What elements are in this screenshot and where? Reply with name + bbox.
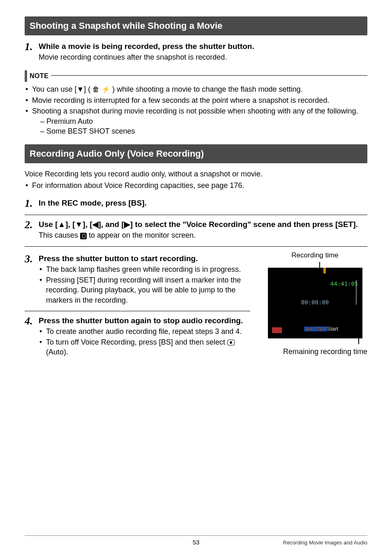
t: This causes — [39, 231, 80, 239]
recording-time-label: Recording time — [263, 251, 367, 260]
step-number: 2. — [25, 219, 39, 230]
t: ], [ — [83, 220, 92, 229]
bullet-item: Pressing [SET] during recording will ins… — [39, 275, 250, 305]
note-item: Movie recording is interrupted for a few… — [25, 95, 367, 105]
t: ], and [ — [99, 220, 124, 229]
mic-icon — [80, 233, 87, 239]
t: Use [ — [39, 220, 58, 229]
note-sublist: Premium Auto Some BEST SHOT scenes — [32, 116, 367, 137]
footer-section-title: Recording Movie Images and Audio — [283, 539, 367, 546]
note-item: Shooting a snapshot during movie recordi… — [25, 106, 367, 136]
s2-step4: 4. Press the shutter button again to sto… — [25, 315, 250, 357]
note-text: You can use [ — [32, 85, 76, 93]
shutter-label: SHUTTER — [304, 326, 327, 331]
note-text: Shooting a snapshot during movie recordi… — [32, 107, 358, 115]
step-title: While a movie is being recorded, press t… — [39, 41, 254, 52]
remaining-time-label: Remaining recording time — [263, 347, 367, 357]
down-arrow-icon: ▼ — [75, 220, 83, 229]
note-item: You can use [▼] ( 🗑 ⚡ ) while shooting a… — [25, 84, 367, 95]
s2-step2: 2. Use [▲], [▼], [◀], and [▶] to select … — [25, 219, 367, 240]
t: (Auto). — [46, 348, 68, 356]
s1-step1: 1. While a movie is being recorded, pres… — [25, 41, 367, 62]
note-list: You can use [▼] ( 🗑 ⚡ ) while shooting a… — [25, 84, 367, 136]
trash-icon: 🗑 — [92, 86, 99, 93]
step-number: 1. — [25, 198, 39, 209]
divider — [25, 246, 367, 247]
step-title: Use [▲], [▼], [◀], and [▶] to select the… — [39, 219, 358, 230]
note-subitem: Some BEST SHOT scenes — [40, 126, 367, 136]
bullet-item: The back lamp flashes green while record… — [39, 264, 250, 274]
t: ], [ — [65, 220, 75, 229]
step-number: 1. — [25, 41, 39, 52]
status-icon — [272, 327, 282, 333]
note-text: ] ( — [84, 85, 92, 93]
t: to appear on the monitor screen. — [87, 231, 196, 239]
note-label: NOTE — [30, 72, 48, 81]
t: To turn off Voice Recording, press [BS] … — [46, 338, 227, 346]
note-subitem: Premium Auto — [40, 116, 367, 126]
note-bar-icon — [25, 70, 27, 82]
left-arrow-icon: ◀ — [92, 220, 99, 229]
recording-illustration: Recording time 44:41:05 00:00:00 SHUTTER… — [263, 251, 367, 363]
top-time-value: 44:41:05 — [330, 280, 358, 288]
step-title: In the REC mode, press [BS]. — [39, 198, 147, 208]
marker-icon — [323, 268, 326, 273]
note-rule — [51, 75, 367, 76]
bullet-item: To turn off Voice Recording, press [BS] … — [39, 337, 250, 357]
note-text: ) while shooting a movie to change the f… — [110, 85, 302, 93]
s2-step1: 1. In the REC mode, press [BS]. — [25, 198, 367, 209]
step-body: Movie recording continues after the snap… — [39, 52, 367, 62]
step-title: Press the shutter button to start record… — [39, 253, 198, 264]
flash-icon: ⚡ — [101, 86, 110, 93]
divider — [25, 311, 250, 311]
step-body: This causes to appear on the monitor scr… — [39, 230, 367, 240]
section-2-header: Recording Audio Only (Voice Recording) — [25, 144, 367, 163]
intro-item: For information about Voice Recording ca… — [25, 181, 367, 190]
step-number: 3. — [25, 253, 39, 264]
section2-intro-list: For information about Voice Recording ca… — [25, 181, 367, 190]
bullet-item: To create another audio recording file, … — [39, 326, 250, 336]
page-footer: 53 Recording Movie Images and Audio — [25, 535, 367, 546]
s2-step3: 3. Press the shutter button to start rec… — [25, 253, 250, 305]
down-arrow-icon: ▼ — [76, 85, 84, 93]
step4-bullets: To create another audio recording file, … — [39, 326, 250, 357]
start-label: Start — [327, 326, 338, 332]
t: ] to select the "Voice Recording" scene … — [130, 220, 358, 229]
step3-bullets: The back lamp flashes green while record… — [39, 264, 250, 305]
camera-screen: 44:41:05 00:00:00 SHUTTERStart — [268, 268, 362, 338]
mid-time-value: 00:00:00 — [268, 299, 362, 306]
up-arrow-icon: ▲ — [58, 220, 65, 229]
section2-intro1: Voice Recording lets you record audio on… — [25, 169, 367, 179]
right-arrow-icon: ▶ — [124, 220, 130, 229]
step-number: 4. — [25, 315, 39, 326]
auto-rec-icon — [227, 340, 235, 345]
step-title: Press the shutter button again to stop a… — [39, 315, 243, 326]
start-bar: SHUTTERStart — [293, 325, 350, 333]
note-header: NOTE — [25, 70, 367, 82]
section-1-header: Shooting a Snapshot while Shooting a Mov… — [25, 16, 367, 35]
divider — [25, 215, 367, 215]
